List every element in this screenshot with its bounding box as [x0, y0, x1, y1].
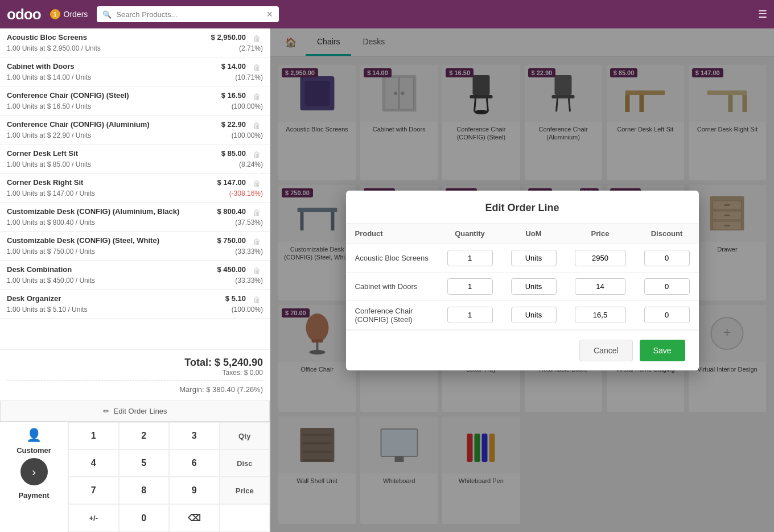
order-item[interactable]: Cabinet with Doors $ 14.00 🗑 1.00 Units …: [0, 57, 270, 86]
modal-discount-input[interactable]: [644, 307, 690, 323]
delete-item-button[interactable]: 🗑: [250, 265, 263, 277]
numpad-7[interactable]: 7: [68, 477, 119, 504]
left-panel: Acoustic Bloc Screens $ 2,950.00 🗑 1.00 …: [0, 28, 270, 532]
order-item-detail: 1.00 Units at $ 450.00 / Units: [7, 277, 95, 284]
order-item-name: Conference Chair (CONFIG) (Steel): [7, 91, 217, 100]
delete-item-button[interactable]: 🗑: [250, 294, 263, 306]
order-item-price: $ 800.40: [217, 207, 246, 216]
edit-order-lines-button[interactable]: ✏ Edit Order Lines: [0, 401, 270, 422]
numpad-empty: [220, 504, 270, 532]
delete-item-button[interactable]: 🗑: [250, 33, 263, 44]
order-list: Acoustic Bloc Screens $ 2,950.00 🗑 1.00 …: [0, 28, 270, 349]
col-price: Price: [566, 224, 635, 244]
order-item-pct: (2.71%): [239, 44, 263, 52]
numpad-8[interactable]: 8: [119, 477, 170, 504]
order-item-pct: (33.33%): [235, 248, 263, 255]
edit-order-label: Edit Order Lines: [114, 407, 167, 415]
col-quantity: Quantity: [438, 224, 502, 244]
menu-icon[interactable]: ☰: [758, 8, 767, 20]
modal-title: Edit Order Line: [485, 202, 559, 213]
orders-badge: 1: [50, 9, 60, 19]
modal-footer: Cancel Save: [346, 330, 699, 370]
modal-table-row: Conference Chair (CONFIG) (Steel): [346, 300, 699, 329]
order-item[interactable]: Desk Combination $ 450.00 🗑 1.00 Units a…: [0, 261, 270, 290]
numpad-6[interactable]: 6: [169, 449, 220, 477]
modal-table-row: Acoustic Bloc Screens: [346, 244, 699, 272]
numpad-9[interactable]: 9: [169, 477, 220, 504]
modal-discount-input[interactable]: [644, 250, 690, 266]
order-item-detail: 1.00 Units at $ 750.00 / Units: [7, 248, 95, 255]
order-item-name: Desk Organizer: [7, 294, 221, 303]
order-item-detail: 1.00 Units at $ 85.00 / Units: [7, 160, 91, 168]
modal-uom-input[interactable]: [511, 278, 557, 295]
numpad-price[interactable]: Price: [220, 477, 270, 504]
search-input[interactable]: [116, 10, 262, 19]
delete-item-button[interactable]: 🗑: [250, 236, 263, 248]
numpad-1[interactable]: 1: [68, 422, 119, 449]
col-discount: Discount: [635, 224, 699, 244]
numpad-5[interactable]: 5: [119, 449, 170, 477]
delete-item-button[interactable]: 🗑: [250, 149, 263, 160]
order-item-name: Acoustic Bloc Screens: [7, 33, 207, 42]
order-item-detail: 1.00 Units at $ 5.10 / Units: [7, 306, 87, 314]
order-item-name: Desk Combination: [7, 265, 212, 274]
order-item-price: $ 16.50: [221, 91, 246, 100]
order-item-pct: (37.53%): [235, 218, 263, 226]
bottom-section: 👤 Customer › Payment 1 2 3 Qty 4 5: [0, 422, 270, 532]
modal-price-input[interactable]: [575, 278, 626, 295]
edit-order-modal: Edit Order Line Product Quantity UoM Pri…: [346, 191, 699, 370]
delete-item-button[interactable]: 🗑: [250, 62, 263, 73]
modal-price-input[interactable]: [575, 250, 626, 266]
modal-qty-input[interactable]: [447, 250, 493, 266]
modal-body: Product Quantity UoM Price Discount Acou…: [346, 224, 699, 330]
payment-label: Payment: [18, 491, 49, 500]
col-uom: UoM: [502, 224, 566, 244]
modal-uom-input[interactable]: [511, 307, 557, 323]
search-clear-icon[interactable]: ✕: [266, 10, 273, 19]
order-item-name: Cabinet with Doors: [7, 62, 217, 71]
modal-product-name: Cabinet with Doors: [346, 272, 438, 300]
numpad-4[interactable]: 4: [68, 449, 119, 477]
app-container: odoo 1 Orders 🔍 ✕ ☰ Acoustic Bloc Screen…: [0, 0, 774, 532]
numpad-3[interactable]: 3: [169, 422, 220, 449]
modal-discount-input[interactable]: [644, 278, 690, 295]
delete-item-button[interactable]: 🗑: [250, 178, 263, 189]
order-item-name: Corner Desk Left Sit: [7, 149, 217, 158]
order-item[interactable]: Corner Desk Left Sit $ 85.00 🗑 1.00 Unit…: [0, 145, 270, 174]
order-item[interactable]: Conference Chair (CONFIG) (Aluminium) $ …: [0, 116, 270, 145]
modal-uom-input[interactable]: [511, 250, 557, 266]
modal-qty-input[interactable]: [447, 278, 493, 295]
modal-price-input[interactable]: [575, 307, 626, 323]
numpad-0[interactable]: 0: [119, 504, 170, 532]
order-item[interactable]: Corner Desk Right Sit $ 147.00 🗑 1.00 Un…: [0, 174, 270, 203]
numpad-section: 1 2 3 Qty 4 5 6 Disc 7 8 9 Price: [68, 422, 270, 532]
delete-item-button[interactable]: 🗑: [250, 120, 263, 131]
numpad-disc[interactable]: Disc: [220, 449, 270, 477]
order-item[interactable]: Customizable Desk (CONFIG) (Steel, White…: [0, 232, 270, 261]
modal-qty-input[interactable]: [447, 307, 493, 323]
cancel-button[interactable]: Cancel: [579, 340, 633, 361]
customer-icon: 👤: [26, 428, 42, 443]
delete-item-button[interactable]: 🗑: [250, 207, 263, 218]
order-item-detail: 1.00 Units at $ 800.40 / Units: [7, 218, 95, 226]
order-item-detail: 1.00 Units at $ 22.90 / Units: [7, 131, 91, 139]
order-item[interactable]: Desk Organizer $ 5.10 🗑 1.00 Units at $ …: [0, 290, 270, 319]
order-item-price: $ 22.90: [221, 120, 246, 129]
numpad-2[interactable]: 2: [119, 422, 170, 449]
payment-button[interactable]: ›: [20, 458, 48, 485]
edit-icon: ✏: [103, 407, 109, 415]
numpad-qty[interactable]: Qty: [220, 422, 270, 449]
orders-button[interactable]: 1 Orders: [50, 9, 88, 19]
order-item[interactable]: Acoustic Bloc Screens $ 2,950.00 🗑 1.00 …: [0, 28, 270, 57]
numpad-backspace[interactable]: ⌫: [169, 504, 220, 532]
numpad-grid: 1 2 3 Qty 4 5 6 Disc 7 8 9 Price: [68, 422, 270, 532]
modal-product-name: Conference Chair (CONFIG) (Steel): [346, 300, 438, 329]
order-item-pct: (100.00%): [232, 131, 263, 139]
order-item[interactable]: Conference Chair (CONFIG) (Steel) $ 16.5…: [0, 86, 270, 116]
delete-item-button[interactable]: 🗑: [250, 91, 263, 102]
customer-label: Customer: [17, 446, 51, 455]
order-item[interactable]: Customizable Desk (CONFIG) (Aluminium, B…: [0, 203, 270, 232]
numpad-plusminus[interactable]: +/-: [68, 504, 119, 532]
save-button[interactable]: Save: [640, 340, 685, 361]
order-total: Total: $ 5,240.90: [7, 357, 263, 369]
